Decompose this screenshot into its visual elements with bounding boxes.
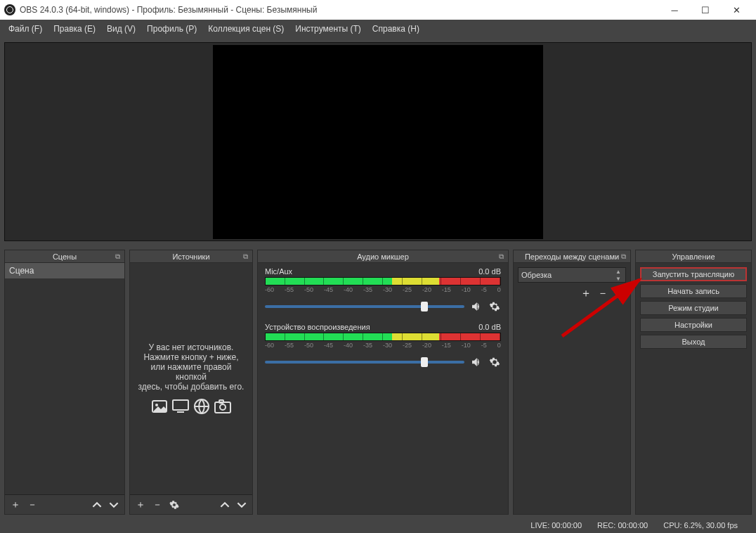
sources-dock-title: Источники xyxy=(172,252,209,261)
status-bar: LIVE: 00:00:00 REC: 00:00:00 CPU: 6.2%, … xyxy=(0,518,756,533)
menu-view[interactable]: Вид (V) xyxy=(101,21,141,37)
mixer-ch2-name: Устройство воспроизведения xyxy=(265,323,370,331)
sources-popout-icon[interactable]: ⧉ xyxy=(241,252,249,261)
globe-source-icon xyxy=(193,397,211,416)
scenes-dock-body: Сцена ＋ － xyxy=(5,263,124,514)
transition-remove-button[interactable]: － xyxy=(597,287,609,300)
menu-edit[interactable]: Правка (E) xyxy=(48,21,101,37)
mixer-body: Mic/Aux 0.0 dB -60-55-50-45-40-35-30-25-… xyxy=(258,263,508,514)
source-add-button[interactable]: ＋ xyxy=(134,499,147,511)
start-recording-button[interactable]: Начать запись xyxy=(640,284,747,298)
mixer-ch2-db: 0.0 dB xyxy=(478,323,501,331)
camera-source-icon xyxy=(214,397,232,416)
sources-toolbar: ＋ － xyxy=(130,494,252,514)
scenes-list[interactable]: Сцена xyxy=(5,263,124,494)
mixer-ch2-scale: -60-55-50-45-40-35-30-25-20-15-10-50 xyxy=(265,342,501,349)
scene-up-button[interactable] xyxy=(91,499,103,511)
mixer-ch1-scale: -60-55-50-45-40-35-30-25-20-15-10-50 xyxy=(265,286,501,293)
scene-remove-button[interactable]: － xyxy=(26,499,39,511)
mixer-ch1-name: Mic/Aux xyxy=(265,267,292,276)
mixer-ch1-meter xyxy=(265,277,501,285)
settings-button[interactable]: Настройки xyxy=(640,318,747,332)
transitions-dock-title: Переходы между сценами xyxy=(525,252,619,261)
sources-empty-state[interactable]: У вас нет источников. Нажмите кнопку + н… xyxy=(130,263,252,494)
transitions-dock: Переходы между сценами ⧉ Обрезка ▲▼ ＋ － xyxy=(513,250,631,515)
transition-properties-button[interactable] xyxy=(613,287,626,300)
mixer-ch1-controls xyxy=(265,300,501,313)
sources-empty-line2: Нажмите кнопку + ниже, xyxy=(143,352,238,362)
source-up-button[interactable] xyxy=(219,499,231,511)
scene-down-button[interactable] xyxy=(107,499,120,511)
menu-profile[interactable]: Профиль (P) xyxy=(141,21,202,37)
mixer-dock-header[interactable]: Аудио микшер ⧉ xyxy=(258,250,508,263)
sources-dock: Источники ⧉ У вас нет источников. Нажмит… xyxy=(129,250,253,515)
status-cpu: CPU: 6.2%, 30.00 fps xyxy=(663,521,738,529)
scene-add-button[interactable]: ＋ xyxy=(9,499,22,511)
sources-empty-line4: здесь, чтобы добавить его. xyxy=(138,382,245,392)
mixer-channel-mic: Mic/Aux 0.0 dB -60-55-50-45-40-35-30-25-… xyxy=(265,267,501,313)
transition-add-button[interactable]: ＋ xyxy=(580,287,592,300)
source-type-icons xyxy=(150,397,232,416)
scenes-dock-header[interactable]: Сцены ⧉ xyxy=(5,250,124,263)
menu-help[interactable]: Справка (H) xyxy=(367,21,425,37)
mixer-ch1-mute-button[interactable] xyxy=(470,300,483,313)
sources-empty-line3: или нажмите правой кнопкой xyxy=(136,362,247,382)
display-source-icon xyxy=(171,397,190,416)
scenes-popout-icon[interactable]: ⧉ xyxy=(113,252,122,261)
menu-file[interactable]: Файл (F) xyxy=(3,21,48,37)
mixer-ch2-settings-button[interactable] xyxy=(488,356,501,368)
transition-select[interactable]: Обрезка ▲▼ xyxy=(518,267,626,283)
mixer-dock-title: Аудио микшер xyxy=(357,252,409,261)
scenes-dock: Сцены ⧉ Сцена ＋ － xyxy=(4,250,125,515)
mixer-ch2-meter xyxy=(265,333,501,341)
status-rec: REC: 00:00:00 xyxy=(597,521,648,529)
preview-container[interactable] xyxy=(4,42,752,241)
svg-rect-3 xyxy=(177,411,184,413)
controls-dock-header[interactable]: Управление xyxy=(636,250,751,263)
mixer-ch2-controls xyxy=(265,356,501,368)
mixer-dock: Аудио микшер ⧉ Mic/Aux 0.0 dB -60-55-50-… xyxy=(257,250,509,515)
mixer-ch2-volume-slider[interactable] xyxy=(265,361,464,364)
source-remove-button[interactable]: － xyxy=(151,499,164,511)
mixer-ch1-volume-slider[interactable] xyxy=(265,305,464,308)
transitions-popout-icon[interactable]: ⧉ xyxy=(619,252,627,261)
window-titlebar: OBS 24.0.3 (64-bit, windows) - Профиль: … xyxy=(0,0,756,20)
obs-app-icon xyxy=(4,4,15,15)
studio-mode-button[interactable]: Режим студии xyxy=(640,301,747,315)
sources-dock-body: У вас нет источников. Нажмите кнопку + н… xyxy=(130,263,252,514)
preview-canvas[interactable] xyxy=(213,45,543,239)
transitions-toolbar: ＋ － xyxy=(518,287,626,300)
mixer-ch1-settings-button[interactable] xyxy=(488,300,501,313)
mixer-ch2-mute-button[interactable] xyxy=(470,356,483,368)
svg-point-1 xyxy=(155,404,158,406)
exit-button[interactable]: Выход xyxy=(640,335,747,349)
controls-body: Запустить трансляцию Начать запись Режим… xyxy=(636,263,751,514)
mixer-popout-icon[interactable]: ⧉ xyxy=(497,252,505,261)
window-minimize-button[interactable]: ─ xyxy=(659,0,690,20)
mixer-channel-desktop: Устройство воспроизведения 0.0 dB -60-55… xyxy=(265,323,501,368)
window-maximize-button[interactable]: ☐ xyxy=(690,0,721,20)
status-live: LIVE: 00:00:00 xyxy=(530,521,582,529)
image-source-icon xyxy=(150,397,169,416)
svg-point-7 xyxy=(220,404,226,410)
scenes-toolbar: ＋ － xyxy=(5,494,124,514)
source-properties-button[interactable] xyxy=(168,499,181,511)
transitions-body: Обрезка ▲▼ ＋ － xyxy=(514,263,630,514)
window-close-button[interactable]: ✕ xyxy=(721,0,752,20)
menu-tools[interactable]: Инструменты (T) xyxy=(289,21,366,37)
sources-dock-header[interactable]: Источники ⧉ xyxy=(130,250,252,263)
source-down-button[interactable] xyxy=(235,499,248,511)
menu-scene-collection[interactable]: Коллекция сцен (S) xyxy=(202,21,289,37)
controls-dock-title: Управление xyxy=(672,252,715,261)
transition-selected-label: Обрезка xyxy=(521,271,552,279)
sources-empty-line1: У вас нет источников. xyxy=(149,342,234,352)
transitions-dock-header[interactable]: Переходы между сценами ⧉ xyxy=(514,250,630,263)
start-streaming-button[interactable]: Запустить трансляцию xyxy=(640,267,747,281)
svg-rect-2 xyxy=(173,400,188,410)
spinner-icon[interactable]: ▲▼ xyxy=(613,268,624,282)
scene-item[interactable]: Сцена xyxy=(5,263,124,278)
scenes-dock-title: Сцены xyxy=(53,252,77,261)
preview-area xyxy=(0,38,756,245)
controls-dock: Управление Запустить трансляцию Начать з… xyxy=(635,250,752,515)
window-title: OBS 24.0.3 (64-bit, windows) - Профиль: … xyxy=(20,5,659,15)
